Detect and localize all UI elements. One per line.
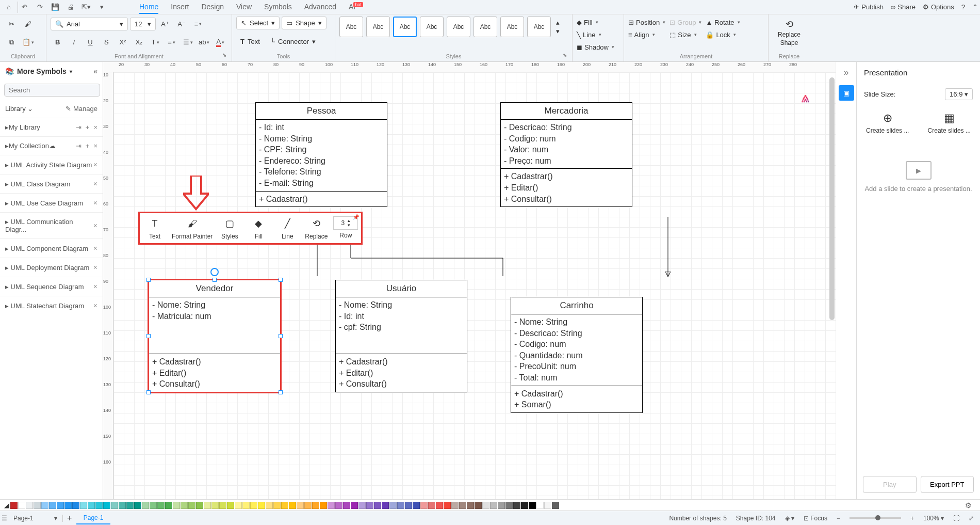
color-swatch[interactable] (88, 502, 95, 509)
style-7[interactable]: Abc (500, 17, 524, 37)
zoom-value[interactable]: 100% ▾ (923, 515, 944, 522)
tab-advanced[interactable]: Advanced (304, 1, 336, 14)
line-button[interactable]: ╲ Line (577, 29, 619, 40)
export-icon[interactable]: ⇱▾ (79, 2, 93, 13)
more-symbols-button[interactable]: 📚 More Symbols▾ « (0, 62, 103, 81)
color-swatch[interactable] (165, 502, 172, 509)
lock-button[interactable]: 🔒 Lock (706, 29, 740, 40)
presentation-mode-icon[interactable]: ▣ (839, 85, 854, 101)
focus-button[interactable]: ⊡ Focus (804, 515, 827, 522)
styles-down-icon[interactable]: ▾ (556, 27, 560, 35)
font-color-icon[interactable]: A (213, 35, 227, 50)
color-swatch[interactable] (451, 502, 459, 509)
select-tool-button[interactable]: ↖ Select ▾ (236, 17, 280, 29)
manage-button[interactable]: ✎ Manage (66, 105, 97, 113)
close-icon[interactable]: × (93, 180, 97, 188)
underline-icon[interactable]: U (83, 35, 97, 50)
collapse-ribbon-icon[interactable]: ⌃ (972, 3, 978, 11)
share-button[interactable]: ∞ Share (891, 3, 916, 11)
color-swatch[interactable] (188, 502, 195, 509)
color-swatch[interactable] (157, 502, 165, 509)
ft-format-painter-button[interactable]: 🖌Format Painter (172, 216, 213, 240)
strike-icon[interactable]: S (100, 35, 114, 50)
subscript-icon[interactable]: X₂ (132, 35, 146, 50)
ft-fill-button[interactable]: ◆Fill (247, 216, 270, 240)
font-size-select[interactable]: 12▾ (130, 18, 156, 30)
add-icon[interactable]: + (86, 123, 90, 131)
text-case-icon[interactable]: ab (197, 35, 211, 50)
redo-icon[interactable]: ↷ (33, 2, 46, 13)
color-swatch[interactable] (343, 502, 350, 509)
color-swatch[interactable] (505, 502, 513, 509)
color-swatch[interactable] (41, 502, 48, 509)
color-swatch[interactable] (80, 502, 87, 509)
bold-icon[interactable]: B (51, 35, 65, 50)
color-swatch[interactable] (18, 502, 25, 509)
shrink-font-icon[interactable]: A⁻ (174, 17, 189, 31)
color-swatch[interactable] (26, 502, 33, 509)
close-icon[interactable]: × (93, 123, 97, 131)
play-button[interactable]: Play (863, 476, 917, 493)
color-swatch[interactable] (482, 502, 489, 509)
sidebar-item[interactable]: ▸ UML Component Diagram× (0, 238, 103, 258)
color-swatch[interactable] (490, 502, 497, 509)
color-swatch[interactable] (529, 502, 536, 509)
zoom-slider[interactable] (850, 517, 901, 519)
canvas-area[interactable]: 2030405060708090100110120130140150160170… (103, 62, 836, 499)
style-3[interactable]: Abc (393, 17, 417, 37)
import-icon[interactable]: ⇥ (76, 123, 81, 131)
options-button[interactable]: ⚙ Options (923, 3, 954, 11)
library-label[interactable]: Library ⌄ (5, 105, 33, 113)
size-button[interactable]: ⬚ Size (669, 29, 701, 40)
color-swatch[interactable] (312, 502, 319, 509)
color-swatch[interactable] (366, 502, 373, 509)
color-swatch[interactable] (103, 502, 110, 509)
ft-replace-button[interactable]: ⟲Replace (304, 216, 328, 240)
format-painter-icon[interactable]: 🖌 (21, 17, 35, 31)
tab-design[interactable]: Design (201, 1, 224, 14)
shape-tool-button[interactable]: ▭ Shape ▾ (282, 17, 326, 29)
color-swatch[interactable] (219, 502, 226, 509)
color-swatch[interactable] (444, 502, 451, 509)
color-swatch[interactable] (126, 502, 134, 509)
line-spacing-icon[interactable]: ≡ (165, 35, 179, 50)
color-swatch[interactable] (266, 502, 273, 509)
color-swatch[interactable] (544, 502, 551, 509)
superscript-icon[interactable]: X² (116, 35, 130, 50)
color-swatch[interactable] (459, 502, 466, 509)
sidebar-item[interactable]: ▸ UML Use Case Diagram× (0, 193, 103, 212)
layers-icon[interactable]: ◈ ▾ (785, 515, 794, 522)
position-button[interactable]: ⊞ Position (628, 17, 665, 28)
paste-icon[interactable]: 📋 (21, 35, 35, 50)
eyedropper-icon[interactable]: ◢ (4, 501, 9, 509)
color-swatch[interactable] (304, 502, 312, 509)
align-icon[interactable]: ≡ (191, 17, 205, 31)
color-swatch[interactable] (49, 502, 56, 509)
sidebar-item[interactable]: ▸ UML Activity State Diagram× (0, 155, 103, 174)
color-swatch[interactable] (134, 502, 141, 509)
color-swatch[interactable] (34, 502, 41, 509)
close-icon[interactable]: × (93, 199, 97, 207)
add-icon[interactable]: + (86, 142, 90, 150)
fullscreen-icon[interactable]: ⤢ (969, 515, 974, 522)
color-swatch[interactable] (258, 502, 265, 509)
connector-tool-button[interactable]: └ Connector ▾ (266, 36, 320, 47)
tab-insert[interactable]: Insert (171, 1, 189, 14)
uml-class-pessoa[interactable]: Pessoa - Id: int- Nome: String- CPF: Str… (255, 102, 387, 207)
color-swatch[interactable] (196, 502, 203, 509)
sidebar-item[interactable]: ▸ UML Deployment Diagram× (0, 258, 103, 277)
fit-page-icon[interactable]: ⛶ (953, 515, 959, 522)
style-8[interactable]: Abc (527, 17, 551, 37)
color-swatch[interactable] (420, 502, 428, 509)
fill-button[interactable]: ◆ Fill (577, 17, 619, 28)
color-swatch[interactable] (389, 502, 397, 509)
color-swatch[interactable] (235, 502, 242, 509)
text-tool-button[interactable]: T Text (236, 36, 264, 47)
align-button[interactable]: ≡ Align (628, 29, 665, 40)
color-swatch[interactable] (552, 502, 559, 509)
ft-styles-button[interactable]: ▢Styles (218, 216, 241, 240)
print-icon[interactable]: 🖨 (64, 2, 77, 13)
color-swatch[interactable] (111, 502, 118, 509)
collapse-sidebar-icon[interactable]: « (93, 67, 97, 75)
tab-home[interactable]: Home (139, 1, 158, 14)
